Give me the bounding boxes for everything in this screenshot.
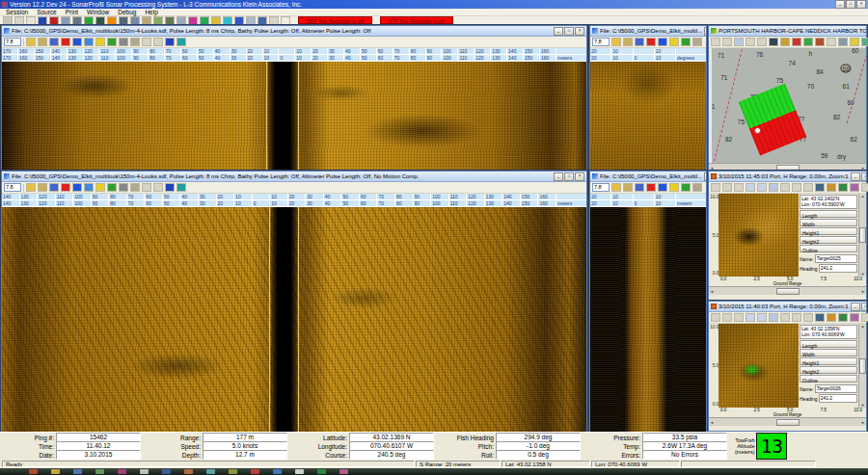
taskbar-icon[interactable] [73,469,82,474]
vertical-scrollbar[interactable]: ▲ ▼ [858,194,866,277]
zoom-out-icon[interactable] [757,183,767,192]
circle-icon[interactable] [780,313,790,322]
gain-icon[interactable] [692,183,702,192]
sonar-file-red-icon[interactable] [49,16,59,25]
minimize-button[interactable]: _ [851,303,860,311]
yellow-display-icon[interactable] [95,183,105,192]
new-icon[interactable] [281,16,290,25]
prev-icon[interactable] [711,313,720,322]
target-heading-input[interactable]: 241.2 [819,394,857,403]
green-display-icon[interactable] [107,38,117,46]
menu-item[interactable]: Debug [114,9,140,15]
ruler-icon[interactable] [246,16,256,25]
measure-button[interactable]: Outline [800,375,857,383]
save-view-icon[interactable] [623,38,633,46]
vertical-scrollbar[interactable]: ▲ ▼ [858,324,866,408]
sonar-waterfall-display[interactable] [2,207,586,435]
window-titlebar[interactable]: File: C:\l5000_GPS\Demo_Elkit_multilook\… [2,26,586,37]
contrast-icon[interactable] [815,313,825,322]
save-view-icon[interactable] [623,183,633,192]
globe-icon[interactable] [803,38,813,46]
measure-button[interactable]: Outline [800,245,857,252]
taskbar-icon[interactable] [317,469,326,474]
play-icon[interactable] [153,16,163,25]
gain-icon[interactable] [130,183,140,192]
gain-icon[interactable] [692,38,702,46]
scroll-left-arrow[interactable]: ◄ [710,166,714,171]
open-folder-icon[interactable] [611,183,621,192]
stop-icon[interactable] [107,16,117,25]
zoom-in-icon[interactable] [746,183,755,192]
scroll-up-arrow[interactable]: ▲ [861,194,865,198]
maximize-button[interactable]: □ [564,27,574,36]
yellow-display-icon[interactable] [669,38,679,46]
close-icon[interactable] [734,183,744,192]
close-button[interactable]: × [856,0,866,9]
save-icon[interactable] [269,16,279,25]
gain-select[interactable]: 7.8 [4,183,21,192]
layers-icon[interactable] [815,38,825,46]
window-titlebar[interactable]: 3/10/2015 11:40:03 Port, H Range: 0.00m,… [709,302,866,312]
scrollbar-thumb[interactable] [859,358,866,374]
taskbar-icon[interactable] [162,469,171,474]
chart-dark-icon[interactable] [95,16,105,25]
forward-icon[interactable] [84,38,94,46]
play-icon[interactable] [72,183,82,192]
chart-dark-icon[interactable] [769,38,778,46]
measure-button[interactable]: Height1 [800,227,857,235]
save-icon[interactable] [861,313,868,322]
nautical-chart-display[interactable]: 7176h60748468717570617560175778282687762… [709,48,866,163]
maximize-button[interactable]: □ [861,172,866,181]
target-icon[interactable] [200,16,209,25]
yellow-display-icon[interactable] [95,38,105,46]
refresh-icon[interactable] [769,313,778,322]
taskbar-icon[interactable] [184,469,193,474]
scroll-left-arrow[interactable]: ◄ [710,289,714,294]
chart-gold-icon[interactable] [780,38,790,46]
window-icon[interactable] [26,16,36,25]
save-view-icon[interactable] [38,38,47,46]
taskbar-icon[interactable] [339,469,348,474]
pan-icon[interactable] [746,38,755,46]
gain-icon[interactable] [130,38,140,46]
grid-icon[interactable] [61,16,70,25]
anchor-icon[interactable] [838,38,848,46]
rewind-icon[interactable] [49,38,59,46]
target-name-input[interactable]: Target0025 [815,254,857,263]
palette-icon[interactable] [130,16,140,25]
link-teal-icon[interactable] [176,183,186,192]
taskbar-icon[interactable] [295,469,304,474]
minimize-button[interactable]: _ [835,0,845,9]
measure-button[interactable]: Width [800,349,857,356]
grid-icon[interactable] [803,313,813,322]
stop-record-icon[interactable] [646,38,656,46]
scroll-right-arrow[interactable]: ► [861,289,865,294]
measure-icon[interactable] [861,38,868,46]
target-heading-input[interactable]: 241.2 [819,264,857,273]
measure-button[interactable]: Height2 [800,236,857,244]
xtf-recorder-button[interactable]: XTF File Recorder is off [380,16,453,24]
save-view-icon[interactable] [38,183,47,192]
scroll-left-arrow[interactable]: ◄ [710,420,714,425]
gain-select[interactable]: 7.8 [592,38,610,46]
compass-icon[interactable] [223,16,232,25]
zoom-out-icon[interactable] [722,38,732,46]
taskbar-icon[interactable] [229,469,237,474]
erase-icon[interactable] [850,183,859,192]
menu-item[interactable]: Window [83,9,113,15]
tools-icon[interactable] [142,16,151,25]
minimize-button[interactable]: _ [704,27,706,36]
target-zoom-image[interactable] [719,324,799,408]
film-icon[interactable] [72,16,82,25]
erase-icon[interactable] [850,313,859,322]
taskbar-icon[interactable] [273,469,282,474]
link-blue-icon[interactable] [165,183,175,192]
sonar-coverage-swath[interactable] [739,83,807,155]
track-icon[interactable] [792,38,801,46]
open-folder-icon[interactable] [26,183,36,192]
measure-button[interactable]: Height2 [800,366,857,374]
open-folder-icon[interactable] [611,38,621,46]
minimize-button[interactable]: _ [554,27,563,36]
zoom-out-icon[interactable] [757,313,767,322]
next-icon[interactable] [722,183,732,192]
